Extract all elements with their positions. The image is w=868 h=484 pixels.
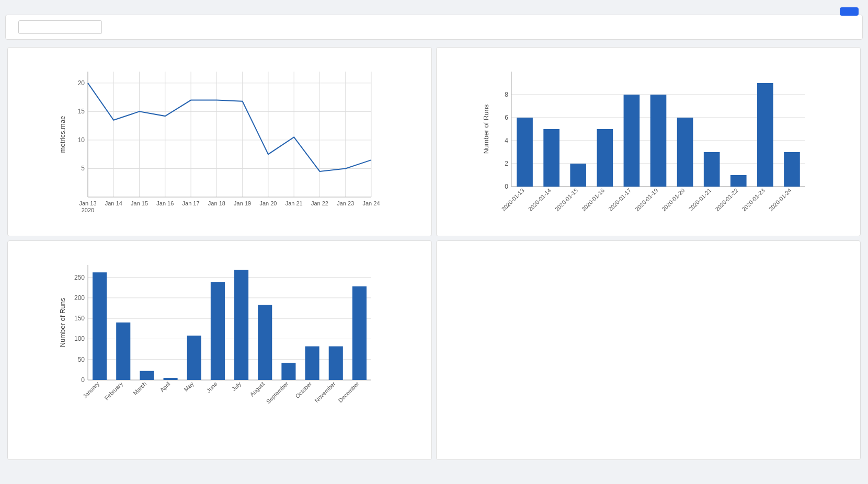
svg-text:April: April [158,381,171,393]
svg-text:20: 20 [78,79,85,87]
svg-text:Jan 22: Jan 22 [311,200,328,206]
svg-text:100: 100 [74,335,85,342]
svg-rect-55 [597,129,613,187]
svg-text:2020-01-22: 2020-01-22 [714,187,739,212]
svg-text:metrics.mae: metrics.mae [59,116,66,153]
svg-text:December: December [337,381,360,404]
svg-rect-69 [784,152,800,187]
chart-total-runs-2019: 050100150200250Number of RunsJanuaryFebr… [7,240,432,460]
svg-text:50: 50 [78,356,85,363]
svg-text:September: September [265,381,290,405]
experiment-id-input[interactable] [18,20,102,34]
chart-best-performing: 5101520metrics.maeJan 132020Jan 14Jan 15… [7,47,432,236]
svg-rect-86 [93,272,107,380]
svg-text:February: February [104,381,124,401]
svg-text:Number of Runs: Number of Runs [482,104,490,154]
svg-text:October: October [294,381,313,399]
svg-text:Jan 19: Jan 19 [234,200,251,206]
svg-text:2020-01-17: 2020-01-17 [607,187,632,212]
svg-text:2020-01-21: 2020-01-21 [687,187,712,212]
svg-text:150: 150 [74,315,85,322]
svg-text:15: 15 [78,108,85,115]
svg-text:2020-01-24: 2020-01-24 [768,187,793,212]
svg-rect-88 [116,322,130,380]
svg-rect-92 [164,378,178,380]
svg-rect-106 [329,347,343,380]
svg-text:June: June [205,381,218,394]
svg-text:Jan 23: Jan 23 [337,200,354,206]
svg-text:5: 5 [81,165,85,172]
experiment-bar [5,15,863,40]
update-button[interactable] [840,7,859,16]
svg-rect-51 [543,129,559,187]
svg-text:200: 200 [74,294,85,302]
chart-recent-runs: 02468Number of Runs2020-01-132020-01-142… [436,47,861,236]
svg-text:10: 10 [78,136,85,144]
svg-text:Jan 13: Jan 13 [79,200,96,206]
svg-text:2020-01-23: 2020-01-23 [740,187,766,212]
svg-rect-108 [352,286,367,380]
svg-rect-65 [730,175,747,187]
svg-rect-63 [704,152,720,187]
svg-text:4: 4 [505,137,508,144]
svg-rect-98 [234,270,248,380]
svg-text:Jan 14: Jan 14 [105,200,122,206]
svg-text:Number of Runs: Number of Runs [59,297,66,347]
svg-text:2020-01-19: 2020-01-19 [634,187,659,212]
svg-rect-49 [517,118,533,187]
svg-rect-104 [305,347,319,380]
svg-text:Jan 16: Jan 16 [156,200,174,206]
svg-rect-100 [258,305,272,380]
svg-rect-90 [140,371,154,380]
svg-text:Jan 20: Jan 20 [259,200,277,206]
svg-rect-96 [211,282,225,380]
svg-rect-53 [570,164,586,187]
svg-text:August: August [248,381,266,398]
svg-text:8: 8 [505,91,508,98]
svg-rect-59 [650,95,667,187]
svg-text:2020-01-15: 2020-01-15 [554,187,579,212]
svg-rect-57 [624,95,640,187]
chart1-svg: 5101520metrics.maeJan 132020Jan 14Jan 15… [58,61,382,228]
svg-text:2: 2 [505,160,508,167]
chart3-svg: 050100150200250Number of RunsJanuaryFebr… [58,255,382,422]
svg-rect-94 [187,336,201,380]
svg-text:Jan 15: Jan 15 [131,200,148,206]
svg-text:March: March [132,381,147,396]
charts-grid: 5101520metrics.maeJan 132020Jan 14Jan 15… [5,45,863,462]
svg-text:250: 250 [74,274,85,281]
svg-text:Jan 18: Jan 18 [208,200,225,206]
svg-text:Jan 21: Jan 21 [285,200,303,206]
svg-text:2020-01-20: 2020-01-20 [660,187,686,212]
svg-text:0: 0 [505,183,508,190]
svg-text:Jan 17: Jan 17 [182,200,200,206]
svg-text:July: July [231,381,243,393]
svg-text:Jan 24: Jan 24 [362,200,380,206]
svg-text:2020-01-14: 2020-01-14 [527,187,552,212]
svg-rect-67 [757,83,773,187]
svg-text:May: May [182,381,195,393]
svg-rect-102 [281,363,295,380]
empty-quadrant [436,240,861,460]
svg-text:2020-01-16: 2020-01-16 [580,187,606,212]
svg-text:6: 6 [505,114,508,121]
svg-text:2020: 2020 [82,207,94,213]
svg-rect-61 [677,118,693,187]
chart2-svg: 02468Number of Runs2020-01-132020-01-142… [481,61,816,228]
svg-text:0: 0 [81,376,85,384]
svg-text:2020-01-13: 2020-01-13 [500,187,526,212]
svg-text:November: November [313,381,337,404]
